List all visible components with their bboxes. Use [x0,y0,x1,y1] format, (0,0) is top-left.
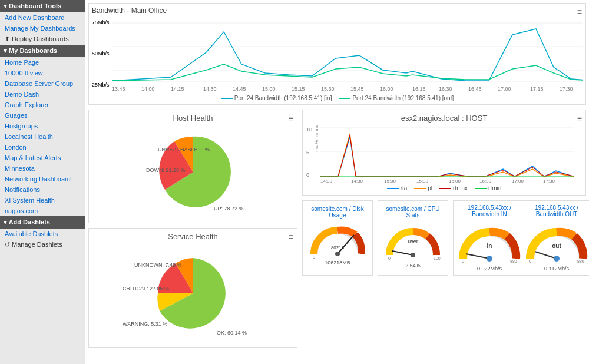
svg-text:0: 0 [529,259,531,263]
deploy-dashboards-link[interactable]: ⬆ Deploy Dashboards [0,34,85,45]
disk-max-value: 106218MB [325,260,350,266]
esx-leg-pl: pl [428,185,432,191]
sidebar-item-map-&-latest-alerts[interactable]: Map & Latest Alerts [0,153,85,163]
sidebar-item-notifications[interactable]: Notifications [0,184,85,195]
disk-usage-panel: somesite.com / Disk Usage [302,200,373,276]
svg-text:15:30: 15:30 [416,178,429,184]
service-health-panel: ≡ Service Health UNKNOWN: 7.49 % [88,228,297,348]
svg-text:16:30: 16:30 [479,178,492,184]
bw-out-label[interactable]: 192.168.5.43xx / Bandwidth OUT [524,204,589,217]
bw-gauges-grid: 192.168.5.43xx / Bandwidth IN [457,204,589,272]
add-dashboard-link[interactable]: Add New Dashboard [0,12,85,23]
up-label: UP: 78.72 % [214,206,244,211]
svg-point-35 [411,253,415,257]
sidebar-item-graph-explorer[interactable]: Graph Explorer [0,100,85,110]
bandwidth-chart-svg: 13:45 14:00 14:15 14:30 14:45 15:00 15:1… [112,17,583,94]
disk-usage-link[interactable]: somesite.com / Disk Usage [306,206,369,219]
bw-out-svg: out 0 880 [524,219,589,266]
my-dashboards-header[interactable]: My Dashboards [0,45,85,57]
bandwidth-legend: Port 24 Bandwidth (192.168.5.41) [in] Po… [92,95,583,101]
bw-in-svg: in 0 880 [457,219,522,266]
service-health-menu-icon[interactable]: ≡ [289,232,293,241]
svg-text:15:00: 15:00 [262,86,276,92]
bw-y-label-3: 25Mb/s [92,82,110,88]
svg-text:880: 880 [577,259,584,263]
svg-text:15:45: 15:45 [350,86,364,92]
sidebar-item-demo-dash[interactable]: Demo Dash [0,89,85,100]
available-dashlets-link[interactable]: Available Dashlets [0,229,85,239]
manage-dashboards-link[interactable]: Manage My Dashboards [0,23,85,34]
svg-text:14:00: 14:00 [141,86,155,92]
sidebar-item-localhost-health[interactable]: Localhost Health [0,131,85,142]
add-dashlets-header[interactable]: Add Dashlets [0,216,85,229]
sidebar-item-xi-system-health[interactable]: XI System Health [0,195,85,206]
service-pie-svg: UNKNOWN: 7.49 % CRITICAL: 27.05 % WARNIN… [117,243,270,343]
svg-text:out: out [552,243,561,249]
host-health-title: Host Health [92,114,293,123]
host-health-panel: ≡ Host Health UNREACHABLE: 0 % DOWN: 21.… [88,110,297,223]
cpu-stats-panel: somesite.com / CPU Stats user 0 [378,200,448,276]
svg-text:17:00: 17:00 [512,178,524,184]
sidebar-item-nagios.com[interactable]: nagios.com [0,206,85,216]
host-health-menu-icon[interactable]: ≡ [289,114,293,123]
svg-text:17:00: 17:00 [498,86,511,92]
svg-line-44 [535,252,557,259]
svg-text:user: user [408,239,418,244]
esx-y-0: 0 [306,172,312,178]
esx-panel: ≡ esx2.nagios.local : HOST 10 5 0 ms % m… [302,110,586,196]
cpu-value: 2.54% [405,263,421,269]
manage-dashlets-link[interactable]: ↺ Manage Dashlets [0,239,85,250]
esx-title: esx2.nagios.local : HOST [306,114,582,123]
svg-point-31 [335,252,340,256]
sidebar-item-hostgroups[interactable]: Hostgroups [0,121,85,131]
svg-text:80218: 80218 [331,245,345,250]
sidebar-item-guages[interactable]: Guages [0,110,85,121]
sidebar-item-minnesota[interactable]: Minnesota [0,163,85,174]
legend-out-line [339,98,350,99]
host-health-chart: UNREACHABLE: 0 % DOWN: 21.28 % UP: 78.72… [92,125,293,219]
legend-in-label: Port 24 Bandwidth (192.168.5.41) [in] [234,95,332,101]
unreachable-label: UNREACHABLE: 0 % [158,147,210,153]
bw-y-label-1: 75Mb/s [92,19,110,25]
bandwidth-panel: Bandwidth - Main Office ≡ 75Mb/s 50Mb/s … [88,3,586,105]
bandwidth-menu-icon[interactable]: ≡ [577,7,582,16]
svg-line-34 [392,251,413,255]
svg-text:14:30: 14:30 [203,86,217,92]
esx-legend: rta pl rtmax rtmin [306,185,582,191]
svg-text:16:45: 16:45 [468,86,482,92]
bw-in-label[interactable]: 192.168.5.43xx / Bandwidth IN [457,204,522,217]
sidebar-item-networking-dashboard[interactable]: Networking Dashboard [0,174,85,184]
esx-chart-svg: 14:00 14:30 15:00 15:30 16:00 16:30 17:0… [320,125,574,184]
cpu-stats-link[interactable]: somesite.com / CPU Stats [382,206,444,219]
bandwidth-title: Bandwidth - Main Office [92,6,583,15]
svg-text:0: 0 [462,259,464,263]
bottom-row: ≡ Host Health UNREACHABLE: 0 % DOWN: 21.… [88,110,586,348]
cpu-gauge-svg: user 0 100 [383,219,442,263]
bw-out-value: 0.112Mb/s [544,266,569,272]
disk-gauge: 80218 0 106218MB [306,219,369,266]
svg-text:16:30: 16:30 [439,86,452,92]
svg-text:16:15: 16:15 [412,86,426,92]
legend-in: Port 24 Bandwidth (192.168.5.41) [in] [221,95,332,101]
esx-leg-rtmin: rtmin [488,185,501,191]
ok-label: OK: 60.14 % [217,330,247,336]
svg-text:0: 0 [388,256,391,260]
sidebar-item-10000-ft-view[interactable]: 10000 ft view [0,68,85,78]
host-pie-svg: UNREACHABLE: 0 % DOWN: 21.28 % UP: 78.72… [128,125,258,219]
svg-text:0: 0 [313,255,315,259]
svg-text:100: 100 [434,256,441,260]
sidebar-item-database-server-group[interactable]: Database Server Group [0,78,85,89]
bw-y-label-2: 50Mb/s [92,51,110,57]
svg-text:14:45: 14:45 [233,86,246,92]
svg-text:15:00: 15:00 [384,178,396,184]
disk-gauge-svg: 80218 0 [308,219,367,260]
sidebar-item-home-page[interactable]: Home Page [0,57,85,68]
bw-in-gauge-container: 192.168.5.43xx / Bandwidth IN [457,204,522,272]
esx-leg-rta: rta [401,185,408,191]
sidebar-item-london[interactable]: London [0,142,85,153]
esx-menu-icon[interactable]: ≡ [577,114,582,123]
bandwidth-gauges-panel: 192.168.5.43xx / Bandwidth IN [453,200,589,276]
dashboard-tools-header[interactable]: Dashboard Tools [0,0,85,12]
esx-y-axis-label: ms % ms ms [314,125,319,152]
service-health-chart: UNKNOWN: 7.49 % CRITICAL: 27.05 % WARNIN… [92,243,293,343]
